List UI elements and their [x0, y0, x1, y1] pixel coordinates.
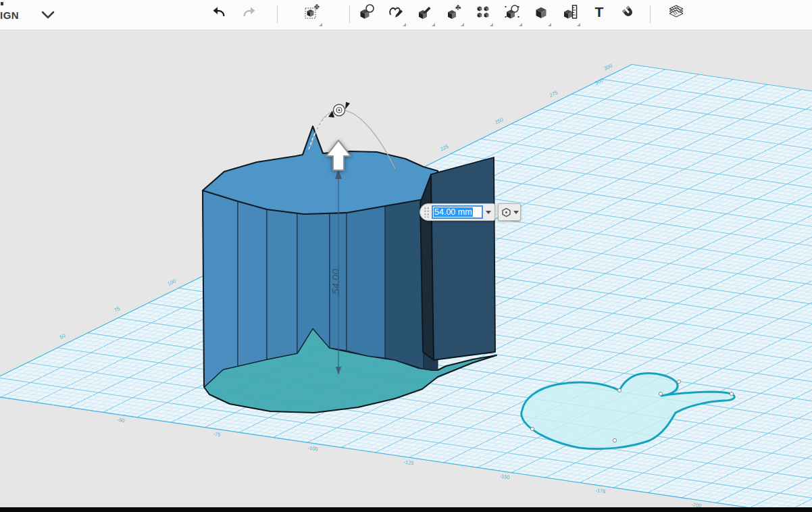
move-cube-icon [445, 3, 463, 21]
window-corner-mark [1, 2, 3, 5]
select-move-cube-icon [303, 3, 321, 21]
grid-axis-label: -150 [499, 473, 510, 480]
align-cube-icon [503, 3, 521, 21]
grid-axis-label: -75 [213, 431, 221, 438]
dropdown-corner-icon [548, 23, 551, 26]
grid-axis-label: -50 [117, 417, 125, 424]
grid-axis-label: -100 [307, 444, 318, 452]
pattern-cubes-button[interactable] [472, 1, 494, 28]
workspace-label: IGN [0, 9, 19, 21]
pill-drag-grip[interactable] [424, 207, 430, 217]
chevron-down-icon[interactable] [41, 9, 55, 21]
grid-axis-label: -125 [403, 459, 414, 466]
distance-input[interactable]: 54.00 mm [432, 205, 483, 219]
toolbar-separator [277, 5, 278, 23]
align-cube-button[interactable] [501, 1, 524, 28]
expression-button[interactable] [498, 203, 521, 221]
extruded-body[interactable]: 54.00 [203, 126, 497, 413]
press-pull-cube-icon [358, 3, 376, 21]
grid-axis-label: 100 [167, 278, 177, 287]
toolbar: IGN T [0, 0, 812, 30]
redo-button[interactable] [237, 1, 260, 28]
measure-cube-button[interactable] [559, 1, 582, 28]
app-window: IGN T [0, 0, 812, 512]
magnet-button[interactable] [617, 1, 640, 28]
grid-axis-label: -175 [595, 487, 606, 494]
measure-cube-icon [561, 3, 579, 21]
text-button[interactable]: T [588, 1, 611, 28]
grid-axis-label: 50 [59, 332, 66, 340]
distance-dropdown-button[interactable] [483, 205, 494, 220]
dropdown-corner-icon [432, 23, 435, 26]
press-pull-cube-button[interactable] [355, 1, 378, 28]
top-face[interactable] [203, 126, 439, 214]
dropdown-arrow-icon [513, 211, 519, 214]
edit-cube-button[interactable] [413, 1, 436, 28]
toolbar-separator [349, 5, 350, 23]
undo-icon [211, 3, 228, 21]
layers-icon [667, 3, 685, 21]
dropdown-corner-icon [319, 23, 322, 26]
sketch-spline-icon [387, 3, 405, 21]
magnet-icon [619, 3, 637, 21]
select-move-cube-button[interactable] [301, 1, 324, 28]
grid-axis-label: 250 [494, 116, 504, 126]
distance-input-selected-text: 54.00 mm [434, 207, 473, 217]
dropdown-corner-icon [519, 23, 522, 26]
hexagon-icon [501, 207, 512, 218]
solid-box-button[interactable] [530, 1, 553, 28]
svg-text:T: T [595, 4, 604, 20]
undo-button[interactable] [208, 1, 231, 28]
move-cube-button[interactable] [442, 1, 465, 28]
dropdown-corner-icon [403, 23, 406, 26]
toolbar-separator [650, 5, 651, 23]
grid-axis-label: 275 [549, 89, 559, 99]
redo-icon [240, 3, 257, 21]
dropdown-corner-icon [461, 23, 464, 26]
sketch-spline-button[interactable] [384, 1, 407, 28]
extrude-distance-pill: 54.00 mm [420, 203, 495, 221]
rotate-handle[interactable] [328, 102, 350, 118]
dropdown-corner-icon [577, 23, 580, 26]
3d-viewport[interactable]: 3002752502252001751501251007550300-50-75… [0, 30, 812, 507]
pattern-cubes-icon [474, 3, 492, 21]
layers-button[interactable] [665, 1, 688, 28]
ear-fin[interactable] [420, 157, 495, 360]
dropdown-corner-icon [490, 23, 493, 26]
grid-axis-label: 300 [603, 63, 613, 72]
grid-axis-label: 225 [439, 143, 449, 153]
edit-cube-icon [416, 3, 434, 21]
bottom-bar [0, 507, 812, 512]
grid-axis-label: 75 [113, 305, 121, 313]
grid-axis-label: -200 [691, 501, 702, 507]
dropdown-arrow-icon [486, 211, 491, 214]
extrude-dimension-label: 54.00 [330, 269, 341, 295]
text-icon: T [590, 3, 608, 21]
solid-box-icon [532, 3, 550, 21]
